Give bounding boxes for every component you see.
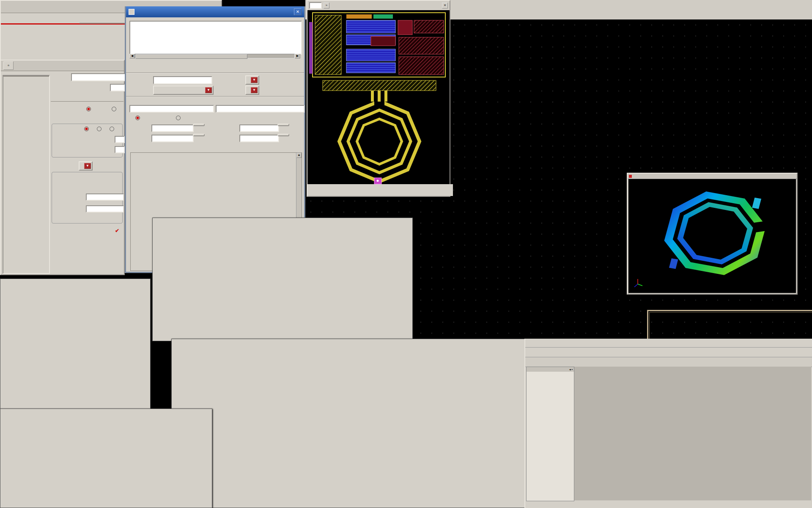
- vtb-add-to-nodes-radio[interactable]: [135, 116, 142, 121]
- results-window: ◂ ▪: [524, 339, 812, 508]
- vtb-ground1-select-button[interactable]: [193, 134, 205, 136]
- layout-feed-bar: [323, 80, 436, 91]
- analysis-name-value[interactable]: [86, 205, 124, 213]
- vtb-rfout-select-button[interactable]: [193, 124, 205, 126]
- results-plot-area: [574, 367, 811, 500]
- vtb-ground2-value[interactable]: [239, 135, 279, 142]
- spectrum-window: [152, 218, 413, 341]
- vtb-close-icon[interactable]: ✕: [294, 8, 302, 15]
- 3d-window-icon[interactable]: [629, 175, 632, 178]
- vtb-ground1-value[interactable]: [151, 135, 194, 142]
- layout-top-block: [309, 13, 445, 77]
- 3d-canvas[interactable]: [628, 179, 796, 293]
- tones-1[interactable]: [84, 127, 91, 132]
- setup-analysis: [110, 84, 125, 91]
- tones-2[interactable]: [97, 127, 103, 132]
- vtb-name-value[interactable]: [153, 76, 212, 84]
- navigation-close-icon[interactable]: ◂ ▪: [569, 368, 573, 371]
- fundamental-frequency-value[interactable]: [115, 136, 125, 143]
- analysis-tree: [3, 77, 49, 78]
- results-toolbar: [525, 357, 812, 367]
- vtb-ground2-select-button[interactable]: [277, 134, 289, 136]
- inductor-3d-window: [627, 173, 798, 295]
- vtb-rfin-select-button[interactable]: [277, 124, 289, 126]
- layout-canvas[interactable]: [307, 10, 450, 185]
- vtb-list-scrollbar[interactable]: ◀ ▶: [129, 54, 300, 58]
- fast-envelope-level1[interactable]: [86, 107, 93, 112]
- vtb-testbench-select[interactable]: ▼: [245, 86, 259, 95]
- layout-close-icon[interactable]: ✕: [442, 3, 448, 8]
- choosing-analyses-form: ▫ ▼: [0, 60, 125, 275]
- run-list-value[interactable]: [71, 73, 128, 81]
- et-stimulus-select[interactable]: ▼: [79, 161, 93, 171]
- form-menu-button[interactable]: ▫: [3, 61, 14, 70]
- resonator-window: [171, 339, 527, 508]
- vtb-library-select[interactable]: ▼: [153, 86, 214, 95]
- 3d-axis-triad: [634, 279, 642, 287]
- analyses-label: [80, 23, 131, 24]
- harmonics-value[interactable]: [115, 146, 125, 153]
- desktop: ▫ ▼: [0, 0, 812, 508]
- layout-window: » ✕: [307, 0, 450, 197]
- tones-3[interactable]: [110, 127, 116, 132]
- layout-inductor: [339, 91, 420, 182]
- navigation-tree: [527, 372, 574, 373]
- waveform-window: [0, 409, 212, 508]
- stop-time-value[interactable]: [86, 193, 124, 201]
- dropdown-arrow-icon: ▼: [84, 163, 91, 169]
- vtb-sink-value[interactable]: [216, 105, 304, 113]
- layout-zoom-apply-icon[interactable]: »: [324, 3, 329, 8]
- vtb-testbench-list[interactable]: [129, 21, 302, 55]
- vtb-override-source-radio[interactable]: [176, 116, 182, 121]
- vtb-rfout-value[interactable]: [151, 124, 194, 132]
- vtb-type-select[interactable]: ▼: [245, 75, 259, 85]
- vtb-rfin-value[interactable]: [239, 124, 279, 132]
- do-not-save-checkbox[interactable]: ✔: [115, 228, 119, 234]
- vtb-source-value[interactable]: [129, 105, 214, 113]
- layout-zoom-value[interactable]: [309, 2, 322, 9]
- constellation-window: [0, 279, 151, 409]
- fast-envelope-level2[interactable]: [112, 107, 118, 112]
- 3d-inductor-model: [655, 187, 778, 279]
- vtb-window-icon[interactable]: [129, 9, 134, 15]
